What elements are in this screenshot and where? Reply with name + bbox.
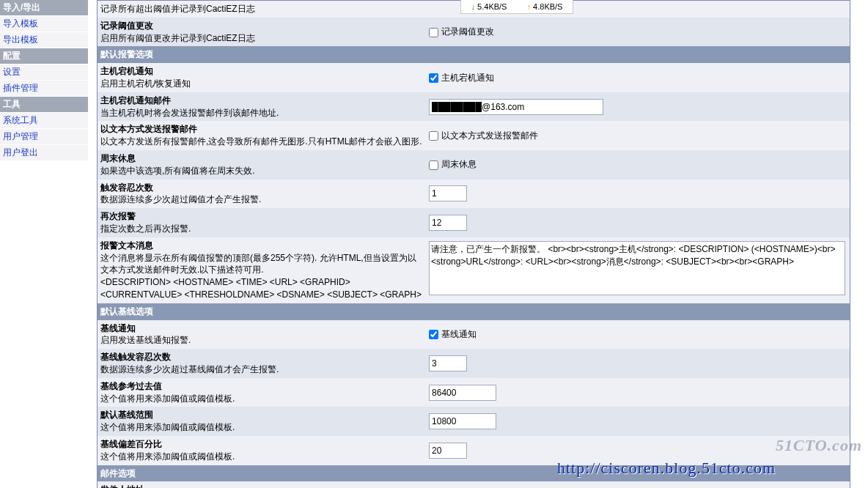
row3-title: 主机宕机通知邮件: [100, 95, 423, 107]
arrow-up-icon: ↑: [527, 2, 532, 11]
settings-table: 记录所有超出阈值并记录到CactiEZ日志 记录阈值更改启用所有阈值更改并记录到…: [97, 0, 850, 488]
row5-checkbox[interactable]: [429, 160, 438, 170]
watermark-51cto: 51CTO.com: [776, 436, 862, 455]
sidebar: 导入/导出 导入模板 导出模板 配置 设置 插件管理 工具 系统工具 用户管理 …: [0, 0, 88, 488]
section-baseline: 默认基线选项: [98, 303, 850, 320]
row0-desc: 记录所有超出阈值并记录到CactiEZ日志: [100, 3, 423, 15]
sb-header-tools: 工具: [0, 97, 88, 113]
row4-title: 以文本方式发送报警邮件: [100, 123, 423, 136]
sb-header-io: 导入/导出: [0, 0, 88, 16]
row4-checkbox[interactable]: [429, 131, 438, 141]
sb-item-export[interactable]: 导出模板: [0, 32, 88, 48]
arrow-down-icon: ↓: [471, 2, 476, 11]
row8-textarea[interactable]: 请注意，已产生一个新报警。 <br><br><strong>主机</strong…: [429, 241, 845, 295]
footer-url: http://ciscoren.blog.51cto.com: [557, 459, 776, 478]
sb-item-users[interactable]: 用户管理: [0, 129, 88, 145]
sb-item-settings[interactable]: 设置: [0, 64, 88, 81]
main-content: ↓ 5.4KB/S ↑ 4.8KB/S 记录所有超出阈值并记录到CactiEZ日…: [88, 0, 868, 488]
sb-item-systools[interactable]: 系统工具: [0, 113, 88, 129]
row5-desc: 如果选中该选项,所有阈值将在周末失效.: [100, 165, 423, 177]
row9-check-wrap[interactable]: 基线通知: [429, 329, 477, 339]
row3-desc: 当主机宕机时将会发送报警邮件到该邮件地址.: [100, 107, 423, 119]
sb-item-plugins[interactable]: 插件管理: [0, 81, 88, 97]
row7-desc: 指定次数之后再次报警.: [100, 223, 423, 235]
row11-title: 基线参考过去值: [100, 380, 423, 393]
row12-title: 默认基线范围: [100, 409, 423, 421]
row6-title: 触发容忍次数: [100, 182, 423, 194]
row10-desc: 数据源连续多少次超过基线阈值才会产生报警.: [100, 363, 423, 376]
row9-title: 基线通知: [100, 322, 423, 335]
section-alert: 默认报警选项: [98, 46, 850, 63]
row4-desc: 以文本方发送所有报警邮件,这会导致所有邮件无图形.只有HTML邮件才会嵌入图形.: [100, 136, 423, 148]
row5-title: 周末休息: [100, 152, 423, 165]
row1-check-wrap[interactable]: 记录阈值更改: [429, 26, 494, 37]
row8-desc: 这个消息将显示在所有阈值报警的顶部(最多255个字符). 允许HTML,但当设置…: [100, 252, 423, 301]
row14-title: 发件人地址: [100, 484, 423, 488]
row7-input[interactable]: [429, 215, 467, 231]
row11-desc: 这个值将用来添加阈值或阈值模板.: [100, 393, 423, 405]
row6-input[interactable]: [429, 185, 467, 202]
row5-check-wrap[interactable]: 周末休息: [429, 159, 477, 169]
sb-item-import[interactable]: 导入模板: [0, 16, 88, 32]
row3-input[interactable]: [429, 99, 603, 115]
row4-check-wrap[interactable]: 以文本方式发送报警邮件: [429, 130, 538, 141]
row8-title: 报警文本消息: [100, 240, 423, 252]
row9-checkbox[interactable]: [429, 330, 438, 339]
net-down: 5.4KB/S: [477, 2, 507, 11]
row7-title: 再次报警: [100, 210, 423, 223]
net-up: 4.8KB/S: [533, 2, 562, 11]
row10-title: 基线触发容忍次数: [100, 351, 423, 363]
row1-desc: 启用所有阈值更改并记录到CactiEZ日志: [100, 32, 423, 45]
network-speed-box: ↓ 5.4KB/S ↑ 4.8KB/S: [460, 0, 573, 14]
row13-input[interactable]: [429, 443, 467, 459]
row6-desc: 数据源连续多少次超过阈值才会产生报警.: [100, 193, 423, 206]
row9-desc: 启用发送基线通知报警.: [100, 334, 423, 347]
row2-title: 主机宕机通知: [100, 65, 423, 78]
row12-desc: 这个值将用来添加阈值或阈值模板.: [100, 421, 423, 434]
row12-input[interactable]: [429, 413, 496, 429]
row1-checkbox[interactable]: [429, 28, 438, 37]
row1-title: 记录阈值更改: [100, 20, 423, 32]
row2-checkbox[interactable]: [429, 73, 438, 83]
sb-item-logout[interactable]: 用户登出: [0, 145, 88, 161]
row13-desc: 这个值将用来添加阈值或阈值模板.: [100, 451, 423, 463]
row11-input[interactable]: [429, 385, 496, 401]
sb-header-config: 配置: [0, 48, 88, 64]
row2-desc: 启用主机宕机/恢复通知: [100, 78, 423, 90]
row10-input[interactable]: [429, 355, 467, 371]
row2-check-wrap[interactable]: 主机宕机通知: [429, 73, 494, 83]
row13-title: 基线偏差百分比: [100, 438, 423, 451]
